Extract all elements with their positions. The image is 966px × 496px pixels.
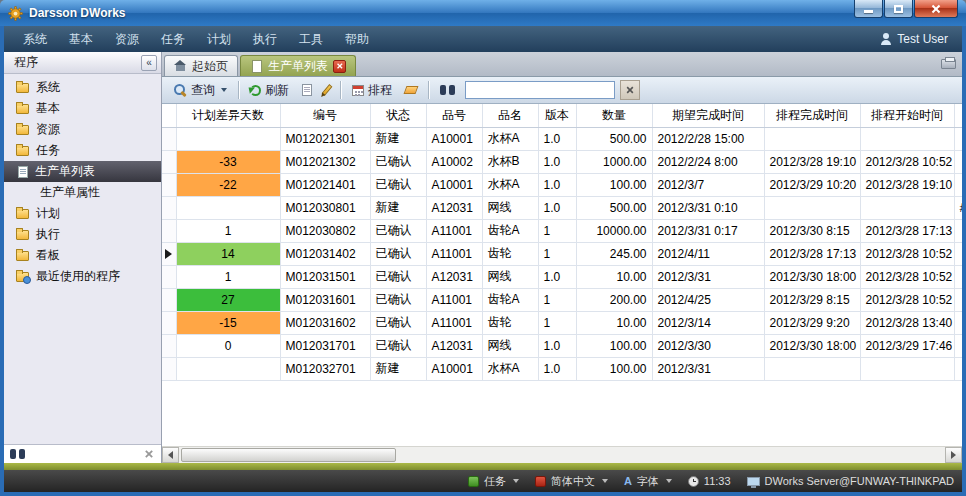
- menu-item[interactable]: 系统: [12, 27, 58, 52]
- grid-row[interactable]: 14 M012031402 已确认 A11001 齿轮 1 245.00 201…: [162, 242, 962, 265]
- cell-plan-diff-days[interactable]: 1: [176, 219, 280, 242]
- sidebar-collapse-button[interactable]: «: [141, 55, 157, 71]
- cell-schedule-finish[interactable]: [764, 196, 860, 219]
- cell-schedule-finish[interactable]: 2012/3/30 18:00: [764, 265, 860, 288]
- minimize-button[interactable]: [854, 0, 883, 18]
- grid-column-header[interactable]: 编号: [280, 104, 370, 127]
- cell-status[interactable]: 已确认: [370, 311, 426, 334]
- grid-column-header[interactable]: 数量: [576, 104, 652, 127]
- cell-item-no[interactable]: A10001: [426, 357, 482, 380]
- cell-quantity[interactable]: 100.00: [576, 173, 652, 196]
- cell-schedule-start[interactable]: 2012/3/28 10:52: [860, 265, 954, 288]
- printer-icon[interactable]: [941, 59, 956, 69]
- sidebar-item[interactable]: 任务: [4, 140, 161, 161]
- cell-schedule-finish[interactable]: 2012/3/29 9:20: [764, 311, 860, 334]
- cell-status[interactable]: 已确认: [370, 334, 426, 357]
- scrollbar-track[interactable]: [179, 447, 945, 463]
- cell-code[interactable]: M012021301: [280, 127, 370, 150]
- user-indicator[interactable]: Test User: [880, 32, 954, 46]
- grid-row[interactable]: 0 M012031701 已确认 A12031 网线 1.0 100.00 20…: [162, 334, 962, 357]
- grid-column-header[interactable]: 计划差异天数: [176, 104, 280, 127]
- schedule-button[interactable]: 排程: [347, 80, 397, 101]
- cell-quantity[interactable]: 100.00: [576, 357, 652, 380]
- cell-plan-diff-days[interactable]: -33: [176, 150, 280, 173]
- cell-plan-diff-days[interactable]: -22: [176, 173, 280, 196]
- cell-version[interactable]: 1.0: [538, 334, 576, 357]
- grid-column-header[interactable]: 版本: [538, 104, 576, 127]
- cell-plan-diff-days[interactable]: 27: [176, 288, 280, 311]
- cell-code[interactable]: M012031602: [280, 311, 370, 334]
- cell-item-name[interactable]: 网线: [482, 265, 538, 288]
- grid-row[interactable]: M012030801 新建 A12031 网线 1.0 500.00 2012/…: [162, 196, 962, 219]
- row-indicator[interactable]: [162, 242, 176, 265]
- menu-item[interactable]: 任务: [150, 27, 196, 52]
- refresh-button[interactable]: 刷新: [245, 80, 294, 101]
- cell-code[interactable]: M012031402: [280, 242, 370, 265]
- cell-item-name[interactable]: 齿轮A: [482, 219, 538, 242]
- cell-item-name[interactable]: 齿轮: [482, 311, 538, 334]
- cell-quantity[interactable]: 500.00: [576, 127, 652, 150]
- cell-version[interactable]: 1: [538, 311, 576, 334]
- grid-row[interactable]: 27 M012031601 已确认 A11001 齿轮A 1 200.00 20…: [162, 288, 962, 311]
- sidebar-search-clear-icon[interactable]: [144, 449, 155, 460]
- edit-button[interactable]: [320, 82, 334, 98]
- cell-plan-diff-days[interactable]: [176, 357, 280, 380]
- cell-schedule-start[interactable]: [860, 127, 954, 150]
- clear-schedule-button[interactable]: [400, 84, 422, 96]
- cell-code[interactable]: M012021401: [280, 173, 370, 196]
- cell-schedule-finish[interactable]: 2012/3/28 19:10: [764, 150, 860, 173]
- cell-schedule-start[interactable]: 2012/3/28 10:52: [860, 150, 954, 173]
- grid-row[interactable]: -22 M012021401 已确认 A10001 水杯A 1.0 100.00…: [162, 173, 962, 196]
- cell-clipped[interactable]: [954, 127, 962, 150]
- cell-schedule-start[interactable]: 2012/3/29 17:46: [860, 334, 954, 357]
- cell-status[interactable]: 新建: [370, 357, 426, 380]
- tab[interactable]: 起始页: [164, 55, 238, 76]
- cell-plan-diff-days[interactable]: 0: [176, 334, 280, 357]
- grid-column-header[interactable]: 排程开始时间: [860, 104, 954, 127]
- cell-expected-finish[interactable]: 2012/2/28 15:00: [652, 127, 764, 150]
- cell-item-no[interactable]: A12031: [426, 334, 482, 357]
- cell-expected-finish[interactable]: 2012/3/31 0:10: [652, 196, 764, 219]
- menu-item[interactable]: 计划: [196, 27, 242, 52]
- cell-expected-finish[interactable]: 2012/4/25: [652, 288, 764, 311]
- horizontal-scrollbar[interactable]: [162, 446, 962, 463]
- menu-item[interactable]: 帮助: [334, 27, 380, 52]
- sidebar-item[interactable]: 生产单列表: [4, 161, 161, 182]
- cell-version[interactable]: 1: [538, 219, 576, 242]
- cell-item-no[interactable]: A10001: [426, 173, 482, 196]
- cell-schedule-start[interactable]: [860, 357, 954, 380]
- cell-schedule-finish[interactable]: 2012/3/30 8:15: [764, 219, 860, 242]
- cell-version[interactable]: 1.0: [538, 265, 576, 288]
- cell-version[interactable]: 1.0: [538, 127, 576, 150]
- cell-clipped[interactable]: [954, 173, 962, 196]
- sidebar-item[interactable]: 系统: [4, 77, 161, 98]
- cell-clipped[interactable]: [954, 150, 962, 173]
- search-input[interactable]: [465, 81, 615, 99]
- cell-quantity[interactable]: 200.00: [576, 288, 652, 311]
- menu-item[interactable]: 工具: [288, 27, 334, 52]
- sidebar-item[interactable]: 执行: [4, 224, 161, 245]
- cell-item-no[interactable]: A12031: [426, 196, 482, 219]
- tab[interactable]: 生产单列表: [240, 55, 356, 76]
- cell-item-name[interactable]: 齿轮: [482, 242, 538, 265]
- scroll-right-button[interactable]: [945, 447, 962, 463]
- cell-status[interactable]: 已确认: [370, 219, 426, 242]
- grid-column-header[interactable]: 排程完成时间: [764, 104, 860, 127]
- menu-item[interactable]: 资源: [104, 27, 150, 52]
- row-indicator[interactable]: [162, 127, 176, 150]
- sidebar-item[interactable]: 资源: [4, 119, 161, 140]
- find-button[interactable]: [435, 83, 460, 97]
- scroll-left-button[interactable]: [162, 447, 179, 463]
- cell-plan-diff-days[interactable]: [176, 127, 280, 150]
- cell-clipped[interactable]: #: [954, 196, 962, 219]
- cell-clipped[interactable]: [954, 357, 962, 380]
- sidebar-item[interactable]: 计划: [4, 203, 161, 224]
- cell-version[interactable]: 1.0: [538, 173, 576, 196]
- row-indicator[interactable]: [162, 265, 176, 288]
- sidebar-search-bar[interactable]: [4, 444, 161, 463]
- sidebar-item[interactable]: 生产单属性: [4, 182, 161, 203]
- cell-clipped[interactable]: [954, 334, 962, 357]
- title-bar[interactable]: Darsson DWorks: [0, 0, 966, 26]
- row-indicator[interactable]: [162, 219, 176, 242]
- cell-code[interactable]: M012031701: [280, 334, 370, 357]
